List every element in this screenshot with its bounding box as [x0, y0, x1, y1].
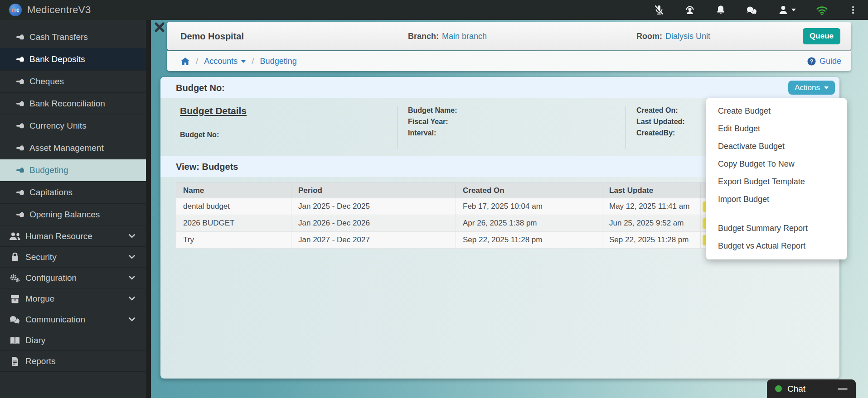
branch-value[interactable]: Main branch — [442, 31, 487, 41]
sidebar-item-budgeting[interactable]: Budgeting — [0, 159, 146, 182]
question-circle-icon: ? — [807, 57, 816, 66]
sidebar-item-reports[interactable]: Reports — [0, 351, 146, 372]
details-divider — [626, 106, 626, 149]
interval-label: Interval: — [408, 129, 457, 137]
sidebar-item-currency-units[interactable]: Currency Units — [0, 115, 146, 137]
menu-divider — [706, 214, 847, 214]
col-header-last-update: Last Update — [602, 183, 701, 198]
sidebar-item-human-resource[interactable]: Human Resource — [0, 226, 146, 247]
app-root: mc MedicentreV3 — [0, 0, 868, 398]
app-logo: mc — [9, 4, 22, 16]
cell-name: 2026 BUDGET — [176, 215, 291, 232]
menu-item-budget-vs-actual-report[interactable]: Budget vs Actual Report — [706, 237, 847, 255]
actions-button[interactable]: Actions — [788, 81, 835, 95]
user-menu[interactable] — [778, 5, 796, 15]
sidebar-item-morgue[interactable]: Morgue — [0, 288, 146, 309]
actions-button-label: Actions — [795, 83, 820, 92]
actions-dropdown-menu: Create Budget Edit Budget Deactivate Bud… — [706, 98, 847, 259]
open-book-icon — [9, 336, 21, 345]
microphone-slash-icon[interactable] — [654, 5, 664, 15]
sidebar-item-bank-reconciliation[interactable]: Bank Reconciliation — [0, 93, 146, 115]
lock-icon — [9, 252, 21, 262]
sidebar-scrollbar[interactable] — [146, 20, 151, 398]
sidebar-item-label: Communication — [25, 315, 85, 325]
close-icon[interactable] — [154, 22, 165, 33]
menu-item-copy-budget-to-new[interactable]: Copy Budget To New — [706, 155, 847, 173]
breadcrumb-accounts[interactable]: Accounts — [204, 57, 246, 66]
chat-widget[interactable]: Chat — [767, 379, 856, 398]
sidebar-item-diary[interactable]: Diary — [0, 330, 146, 351]
queue-button[interactable]: Queue — [803, 28, 840, 44]
sidebar-item-cheques[interactable]: Cheques — [0, 71, 146, 93]
hand-point-icon — [16, 123, 24, 129]
sidebar-item-capitations[interactable]: Capitations — [0, 182, 146, 204]
wifi-status-icon[interactable] — [816, 5, 828, 15]
cell-name: dental budget — [176, 198, 291, 215]
sidebar-item-label: Cheques — [29, 77, 64, 86]
svg-text:?: ? — [810, 58, 814, 64]
cell-period: Jan 2025 - Dec 2025 — [291, 198, 456, 215]
menu-item-budget-summary-report[interactable]: Budget Summary Report — [706, 220, 847, 237]
sidebar-item-configuration[interactable]: Configuration — [0, 268, 146, 288]
budget-no-label: Budget No: — [180, 131, 219, 139]
hand-point-icon — [16, 56, 24, 62]
sidebar-item-label: Cash Transfers — [29, 32, 88, 42]
cabinet-icon — [9, 294, 21, 303]
ellipsis-vertical-icon[interactable] — [848, 5, 858, 15]
hand-point-icon — [16, 167, 24, 173]
sidebar-item-security[interactable]: Security — [0, 247, 146, 268]
sidebar-item-label: Capitations — [29, 187, 73, 197]
sidebar-item-label: Security — [25, 252, 57, 262]
sidebar-item-asset-management[interactable]: Asset Management — [0, 137, 146, 159]
support-agent-icon[interactable] — [684, 5, 695, 15]
user-icon — [778, 5, 789, 15]
sidebar-item-communication[interactable]: Communication — [0, 309, 146, 330]
menu-item-import-budget[interactable]: Import Budget — [706, 191, 847, 208]
chat-minimize-button[interactable] — [838, 388, 848, 390]
chevron-down-icon — [129, 297, 135, 301]
col-header-name: Name — [176, 183, 291, 198]
sidebar-item-bank-deposits[interactable]: Bank Deposits — [0, 48, 146, 71]
hospital-name: Demo Hospital — [180, 31, 244, 41]
guide-link[interactable]: ? Guide — [807, 57, 841, 66]
sidebar-item-opening-balances[interactable]: Opening Balances — [0, 204, 146, 226]
room-label: Room: — [636, 31, 662, 41]
chat-bubbles-icon — [9, 315, 21, 324]
gears-icon — [9, 273, 21, 283]
sidebar-item-label: Opening Balances — [29, 210, 100, 220]
budget-name-label: Budget Name: — [408, 106, 457, 115]
breadcrumb-accounts-label: Accounts — [204, 57, 238, 66]
chevron-down-icon — [129, 317, 135, 321]
cell-created-on: Feb 17, 2025 10:04 am — [456, 198, 602, 215]
hospital-header-card: Demo Hospital Branch: Main branch Room: … — [167, 22, 851, 50]
view-budgets-title: View: Budgets — [176, 162, 238, 172]
menu-item-create-budget[interactable]: Create Budget — [706, 102, 847, 120]
breadcrumb-budgeting[interactable]: Budgeting — [260, 57, 297, 66]
brand: mc MedicentreV3 — [9, 4, 91, 16]
created-on-label: Created On: — [636, 106, 685, 115]
branch-info: Branch: Main branch — [408, 31, 487, 41]
messages-icon[interactable] — [746, 5, 758, 15]
sidebar-item-label: Asset Management — [29, 143, 104, 153]
created-by-label: CreatedBy: — [636, 129, 685, 137]
breadcrumb-separator: / — [252, 56, 254, 66]
home-icon[interactable] — [180, 57, 190, 66]
notifications-bell-icon[interactable] — [715, 5, 726, 15]
top-navbar: mc MedicentreV3 — [0, 0, 868, 20]
menu-item-deactivate-budget[interactable]: Deactivate Budget — [706, 138, 847, 155]
sidebar-item-label: Bank Reconciliation — [29, 99, 105, 109]
sidebar-item-label: Morgue — [25, 294, 54, 304]
hand-point-icon — [16, 189, 24, 196]
sidebar-spacer — [0, 20, 146, 26]
cell-last-update: May 12, 2025 11:41 am — [602, 198, 701, 215]
details-divider — [398, 106, 398, 149]
menu-item-export-budget-template[interactable]: Export Budget Template — [706, 173, 847, 191]
breadcrumb: / Accounts / Budgeting ? Guide — [167, 51, 851, 71]
cell-name: Try — [176, 232, 291, 249]
room-value[interactable]: Dialysis Unit — [665, 31, 710, 41]
sidebar-item-label: Diary — [25, 336, 45, 345]
menu-item-edit-budget[interactable]: Edit Budget — [706, 120, 847, 138]
sidebar-item-cash-transfers[interactable]: Cash Transfers — [0, 26, 146, 48]
col-header-period: Period — [291, 183, 456, 198]
hand-point-icon — [16, 34, 24, 40]
